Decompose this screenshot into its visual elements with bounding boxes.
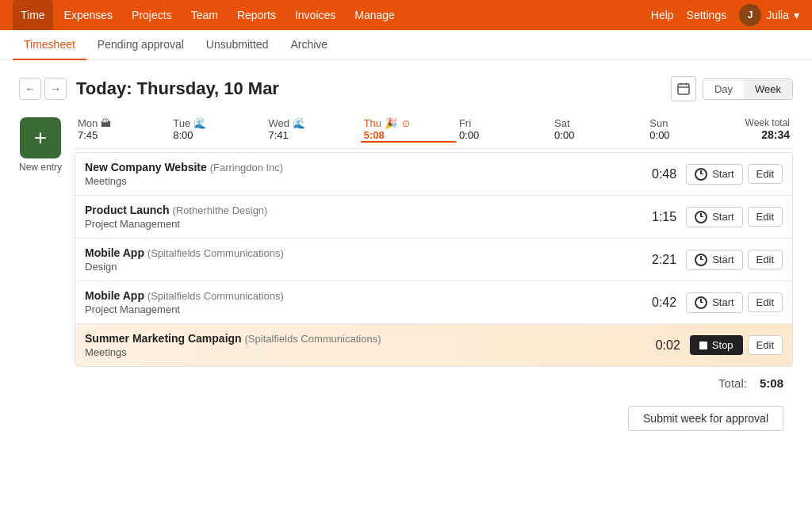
top-nav: Time Expenses Projects Team Reports Invo… xyxy=(0,0,812,30)
stop-icon xyxy=(699,342,707,349)
chevron-down-icon: ▾ xyxy=(794,9,799,21)
user-name: Julia xyxy=(766,9,789,21)
tab-pending-approval[interactable]: Pending approval xyxy=(86,30,195,60)
clock-icon xyxy=(695,211,707,223)
nav-projects[interactable]: Projects xyxy=(124,0,180,30)
submit-week-button[interactable]: Submit week for approval xyxy=(628,406,783,431)
edit-button[interactable]: Edit xyxy=(748,335,783,355)
entry-duration: 2:21 xyxy=(638,253,676,267)
tab-archive[interactable]: Archive xyxy=(279,30,339,60)
entry-duration: 1:15 xyxy=(638,210,676,224)
day-name-wed: Wed 🌊 xyxy=(268,117,304,129)
day-name-sat: Sat xyxy=(554,117,570,129)
start-label: Start xyxy=(712,296,733,308)
day-name-tue: Tue 🌊 xyxy=(173,117,206,129)
entry-task: Design xyxy=(85,261,638,273)
day-view-button[interactable]: Day xyxy=(703,79,744,99)
sub-nav: Timesheet Pending approval Unsubmitted A… xyxy=(0,30,812,60)
next-week-button[interactable]: → xyxy=(44,78,67,100)
totals-label: Total: xyxy=(718,376,747,390)
edit-button[interactable]: Edit xyxy=(748,292,783,312)
entry-info: Mobile App (Spitalfields Communications)… xyxy=(85,289,638,315)
edit-button[interactable]: Edit xyxy=(748,250,783,269)
entry-row: Mobile App (Spitalfields Communications)… xyxy=(75,239,792,281)
day-time-tue: 8:00 xyxy=(173,129,193,141)
svg-rect-2 xyxy=(685,83,687,86)
totals-row: Total: 5:08 xyxy=(75,367,793,393)
entry-client: (Spitalfields Communications) xyxy=(147,290,284,302)
nav-manage[interactable]: Manage xyxy=(347,0,403,30)
day-time-sun: 0:00 xyxy=(649,129,669,141)
new-entry-column: + New entry xyxy=(19,117,62,434)
nav-expenses[interactable]: Expenses xyxy=(56,0,121,30)
start-button[interactable]: Start xyxy=(686,292,742,313)
today-prefix: Today: xyxy=(76,78,132,98)
clock-icon xyxy=(695,168,707,181)
start-button[interactable]: Start xyxy=(686,250,742,270)
content-area: + New entry Mon 🏔 7:45 Tue 🌊 8:00 Wed 🌊 … xyxy=(19,117,793,434)
day-col-wed: Wed 🌊 7:41 xyxy=(265,117,360,142)
settings-link[interactable]: Settings xyxy=(687,9,727,21)
day-time-thu: 5:08 xyxy=(364,129,385,141)
avatar: J xyxy=(739,4,761,26)
start-button[interactable]: Start xyxy=(686,207,742,227)
week-total: Week total 28:34 xyxy=(742,117,794,142)
view-controls: Day Week xyxy=(671,76,793,101)
entry-duration: 0:42 xyxy=(638,296,676,310)
entry-row: Product Launch (Rotherhithe Design) Proj… xyxy=(75,196,792,239)
new-entry-button[interactable]: + xyxy=(20,117,61,158)
entry-task: Project Management xyxy=(85,303,638,315)
tab-unsubmitted[interactable]: Unsubmitted xyxy=(195,30,280,60)
entry-row: Mobile App (Spitalfields Communications)… xyxy=(75,281,792,324)
prev-week-button[interactable]: ← xyxy=(19,78,41,100)
day-headers: Mon 🏔 7:45 Tue 🌊 8:00 Wed 🌊 7:41 Thu 🎉 ⊙… xyxy=(75,117,793,149)
svg-rect-1 xyxy=(680,83,682,86)
view-toggle: Day Week xyxy=(703,78,793,100)
day-time-sat: 0:00 xyxy=(554,129,574,141)
calendar-icon xyxy=(677,82,690,95)
day-name-fri: Fri xyxy=(459,117,471,129)
entry-duration: 0:02 xyxy=(642,338,680,353)
time-warning-icon: ⊙ xyxy=(402,118,410,129)
entry-task: Meetings xyxy=(85,346,642,358)
day-col-fri: Fri 0:00 xyxy=(456,117,551,142)
help-link[interactable]: Help xyxy=(651,9,674,21)
day-name-thu: Thu 🎉 ⊙ xyxy=(364,117,410,129)
day-time-wed: 7:41 xyxy=(268,129,288,141)
calendar-button[interactable] xyxy=(671,76,696,101)
entry-project: Product Launch (Rotherhithe Design) xyxy=(85,204,638,216)
date-value: Thursday, 10 Mar xyxy=(137,78,279,98)
entry-client: (Rotherhithe Design) xyxy=(172,204,267,216)
start-label: Start xyxy=(712,168,733,180)
stop-button[interactable]: Stop xyxy=(690,335,743,355)
nav-invoices[interactable]: Invoices xyxy=(287,0,343,30)
timesheet-main: Mon 🏔 7:45 Tue 🌊 8:00 Wed 🌊 7:41 Thu 🎉 ⊙… xyxy=(75,117,793,434)
nav-time[interactable]: Time xyxy=(13,0,53,30)
week-total-label: Week total xyxy=(745,117,791,128)
entry-task: Project Management xyxy=(85,218,638,230)
tab-timesheet[interactable]: Timesheet xyxy=(13,30,86,60)
entry-actions: Start Edit xyxy=(686,207,783,227)
entry-actions: Start Edit xyxy=(686,164,783,185)
edit-button[interactable]: Edit xyxy=(748,164,783,184)
user-menu[interactable]: J Julia ▾ xyxy=(739,4,799,26)
start-button[interactable]: Start xyxy=(686,164,742,185)
stop-label: Stop xyxy=(712,339,733,351)
clock-icon xyxy=(695,296,707,309)
nav-reports[interactable]: Reports xyxy=(229,0,284,30)
start-label: Start xyxy=(712,211,733,223)
day-col-sun: Sun 0:00 xyxy=(646,117,741,142)
new-entry-label: New entry xyxy=(19,162,62,173)
timesheet-header: ← → Today: Thursday, 10 Mar Day Week xyxy=(19,76,793,101)
entry-actions: Start Edit xyxy=(686,250,783,270)
nav-right: Help Settings J Julia ▾ xyxy=(651,4,799,26)
day-time-fri: 0:00 xyxy=(459,129,479,141)
entry-duration: 0:48 xyxy=(638,167,676,181)
svg-rect-0 xyxy=(678,84,689,94)
edit-button[interactable]: Edit xyxy=(748,207,783,227)
entry-actions: Start Edit xyxy=(686,292,783,313)
day-col-mon: Mon 🏔 7:45 xyxy=(75,117,170,142)
nav-team[interactable]: Team xyxy=(183,0,226,30)
entry-project: New Company Website (Farringdon Inc) xyxy=(85,161,638,174)
week-view-button[interactable]: Week xyxy=(744,79,792,99)
